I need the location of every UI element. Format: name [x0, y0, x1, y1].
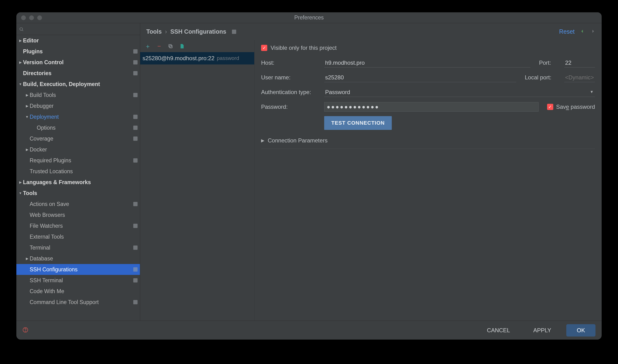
sidebar-item-label: Database: [30, 256, 137, 262]
local-port-field[interactable]: [564, 73, 595, 82]
sidebar-item-build-tools[interactable]: ▶Build Tools: [16, 90, 140, 101]
help-icon[interactable]: [23, 327, 28, 334]
sidebar: ▶EditorPlugins▶Version ControlDirectorie…: [16, 23, 140, 321]
sidebar-item-external-tools[interactable]: External Tools: [16, 231, 140, 242]
apply-button[interactable]: APPLY: [525, 324, 559, 337]
project-scope-icon: [133, 49, 137, 53]
auth-type-label: Authentication type:: [261, 89, 320, 95]
sidebar-item-ssh-configurations[interactable]: SSH Configurations: [16, 264, 140, 275]
chevron-right-icon: ›: [165, 28, 167, 35]
username-field[interactable]: [324, 73, 516, 82]
sidebar-item-database[interactable]: ▶Database: [16, 253, 140, 264]
project-scope-icon: [133, 300, 137, 304]
sidebar-item-required-plugins[interactable]: Required Plugins: [16, 155, 140, 166]
ok-button[interactable]: OK: [566, 324, 595, 337]
sidebar-item-trusted-locations[interactable]: Trusted Locations: [16, 166, 140, 177]
port-label: Port:: [539, 60, 560, 66]
chevron-right-icon: ▶: [18, 39, 23, 42]
breadcrumb-root[interactable]: Tools: [146, 28, 162, 35]
sidebar-item-label: Terminal: [30, 245, 133, 251]
add-icon[interactable]: ＋: [145, 43, 151, 49]
nav-back-icon[interactable]: [580, 29, 585, 35]
sidebar-item-actions-on-save[interactable]: Actions on Save: [16, 199, 140, 209]
sidebar-item-label: Languages & Frameworks: [23, 179, 137, 185]
project-scope-icon: [133, 115, 137, 119]
auth-type-value: Password: [324, 88, 595, 97]
sidebar-item-label: Web Browsers: [30, 212, 137, 218]
remove-icon[interactable]: −: [156, 43, 162, 49]
chevron-right-icon: ▶: [25, 104, 30, 108]
sidebar-item-label: Command Line Tool Support: [30, 299, 133, 305]
save-password-checkbox[interactable]: ✓: [547, 104, 553, 110]
sidebar-item-docker[interactable]: ▶Docker: [16, 144, 140, 155]
sidebar-item-label: Coverage: [30, 136, 133, 142]
chevron-right-icon: ▶: [18, 180, 23, 184]
project-scope-icon: [133, 246, 137, 250]
sidebar-item-coverage[interactable]: Coverage: [16, 133, 140, 144]
project-scope-icon: [133, 278, 137, 283]
reset-link[interactable]: Reset: [559, 28, 575, 35]
chevron-down-icon: ▼: [18, 191, 23, 195]
search-input[interactable]: [19, 26, 137, 32]
visible-project-label: Visible only for this project: [270, 45, 336, 51]
nav-forward-icon[interactable]: [590, 29, 595, 35]
config-list-toolbar: ＋ −: [140, 40, 254, 52]
sidebar-item-web-browsers[interactable]: Web Browsers: [16, 209, 140, 221]
sidebar-item-label: Required Plugins: [30, 157, 133, 164]
sidebar-item-label: Directories: [23, 70, 133, 77]
window-title: Preferences: [16, 14, 602, 21]
connection-parameters-section[interactable]: ▶ Connection Parameters: [261, 132, 595, 149]
chevron-right-icon: ▶: [18, 60, 23, 64]
visible-project-checkbox[interactable]: ✓: [261, 45, 267, 51]
password-field[interactable]: [324, 102, 538, 112]
host-label: Host:: [261, 60, 320, 66]
sidebar-item-terminal[interactable]: Terminal: [16, 242, 140, 253]
project-scope-icon: [133, 224, 137, 228]
settings-file-icon[interactable]: [179, 43, 185, 49]
sidebar-item-command-line-tool-support[interactable]: Command Line Tool Support: [16, 297, 140, 308]
sidebar-item-deployment[interactable]: ▼Deployment: [16, 111, 140, 122]
sidebar-item-label: Debugger: [30, 103, 137, 109]
svg-point-0: [20, 28, 23, 31]
port-field[interactable]: [564, 58, 595, 67]
sidebar-item-label: Trusted Locations: [30, 168, 137, 175]
svg-rect-3: [169, 45, 172, 47]
cancel-button[interactable]: CANCEL: [479, 324, 518, 337]
config-list: s25280@h9.modhost.pro:22 password: [140, 52, 254, 321]
project-scope-icon: [133, 60, 137, 65]
sidebar-item-label: SSH Terminal: [30, 277, 133, 284]
chevron-right-icon: ▶: [25, 257, 30, 260]
search-input-wrap[interactable]: [19, 26, 137, 32]
project-scope-icon: [133, 158, 137, 163]
sidebar-item-ssh-terminal[interactable]: SSH Terminal: [16, 275, 140, 286]
password-label: Password:: [261, 104, 320, 110]
titlebar: Preferences: [16, 12, 602, 23]
sidebar-item-debugger[interactable]: ▶Debugger: [16, 101, 140, 111]
sidebar-item-file-watchers[interactable]: File Watchers: [16, 221, 140, 231]
project-scope-icon: [232, 30, 236, 34]
sidebar-item-tools[interactable]: ▼Tools: [16, 188, 140, 199]
config-item-auth-tag: password: [217, 55, 239, 61]
sidebar-item-directories[interactable]: Directories: [16, 68, 140, 79]
config-list-item[interactable]: s25280@h9.modhost.pro:22 password: [140, 52, 254, 65]
copy-icon[interactable]: [168, 43, 173, 49]
search-icon: [19, 27, 24, 32]
sidebar-item-editor[interactable]: ▶Editor: [16, 35, 140, 46]
host-field[interactable]: [324, 58, 530, 67]
auth-type-select[interactable]: Password ▼: [324, 88, 595, 97]
sidebar-item-plugins[interactable]: Plugins: [16, 46, 140, 57]
sidebar-item-label: Code With Me: [30, 288, 137, 295]
sidebar-item-options[interactable]: Options: [16, 122, 140, 133]
config-detail: ✓ Visible only for this project Host: Po…: [255, 40, 602, 321]
sidebar-item-code-with-me[interactable]: Code With Me: [16, 286, 140, 297]
sidebar-item-version-control[interactable]: ▶Version Control: [16, 57, 140, 68]
sidebar-item-build-execution-deployment[interactable]: ▼Build, Execution, Deployment: [16, 79, 140, 90]
dialog-footer: CANCEL APPLY OK: [16, 321, 602, 339]
test-connection-button[interactable]: TEST CONNECTION: [324, 116, 392, 130]
save-password-label: Save password: [556, 104, 595, 110]
sidebar-item-languages-frameworks[interactable]: ▶Languages & Frameworks: [16, 177, 140, 188]
username-label: User name:: [261, 74, 320, 81]
local-port-label: Local port:: [525, 74, 560, 81]
breadcrumb: Tools › SSH Configurations: [146, 28, 236, 35]
chevron-down-icon: ▼: [25, 115, 30, 119]
